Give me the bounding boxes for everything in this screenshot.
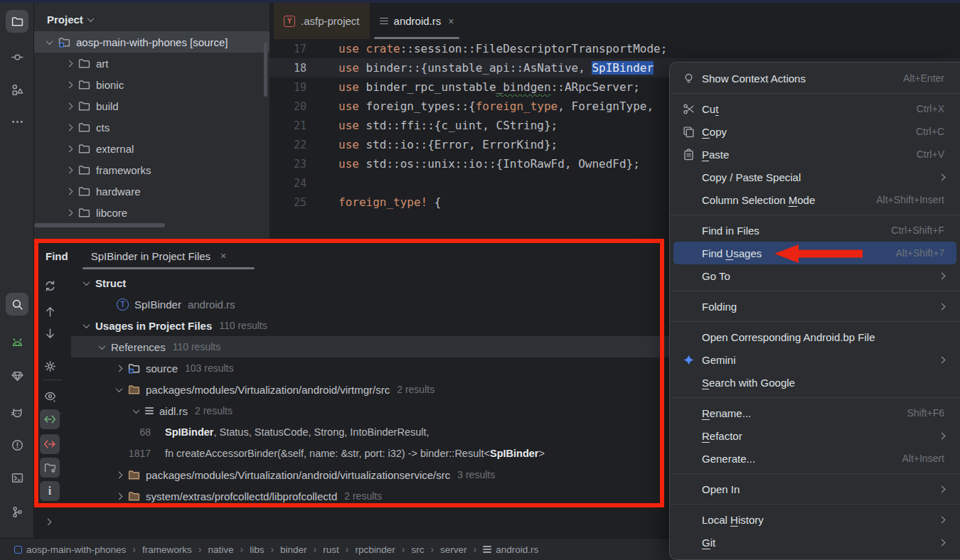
- search-tool-button[interactable]: [6, 293, 28, 316]
- breadcrumb-item-src[interactable]: src: [411, 544, 424, 555]
- chevron-right-icon[interactable]: [116, 492, 123, 500]
- chevron-right-icon[interactable]: [66, 60, 73, 67]
- menu-item-open-corresponding-android-bp-file[interactable]: Open Corresponding Android.bp File: [670, 325, 960, 348]
- breadcrumb-item-native[interactable]: native: [208, 544, 233, 555]
- chevron-down-icon[interactable]: [83, 321, 90, 328]
- chevron-down-icon[interactable]: [116, 385, 123, 392]
- result-count: 110 results: [173, 341, 220, 352]
- project-tree-row-bionic[interactable]: bionic: [34, 74, 270, 95]
- menu-item-find-in-files[interactable]: Find in FilesCtrl+Shift+F: [670, 219, 960, 242]
- vertical-scrollbar[interactable]: [264, 43, 267, 97]
- breadcrumb-label: native: [208, 544, 233, 555]
- previous-occurrence-button[interactable]: [40, 301, 60, 321]
- project-tree-row-hardware[interactable]: hardware: [34, 181, 270, 202]
- breadcrumb-item-aosp-main-with-phones[interactable]: aosp-main-with-phones: [14, 544, 126, 555]
- breadcrumb-item-android-rs[interactable]: android.rs: [483, 544, 538, 555]
- menu-shortcut: Ctrl+X: [917, 103, 944, 114]
- rerun-button[interactable]: [40, 276, 60, 296]
- project-tool-button[interactable]: [6, 10, 28, 33]
- chevron-down-icon[interactable]: [83, 279, 90, 286]
- project-tree-row-libcore[interactable]: libcore: [34, 202, 270, 223]
- menu-item-copy[interactable]: CopyCtrl+C: [670, 120, 960, 143]
- breadcrumb-item-rpcbinder[interactable]: rpcbinder: [355, 544, 395, 555]
- menu-item-find-usages[interactable]: Find UsagesAlt+Shift+7: [673, 242, 956, 264]
- menu-item-cut[interactable]: CutCtrl+X: [670, 97, 960, 120]
- close-icon[interactable]: ×: [448, 16, 454, 27]
- menu-item-label: Gemini: [702, 354, 939, 366]
- code-line-17[interactable]: 17use crate::session::FileDescriptorTran…: [270, 39, 960, 58]
- row-label: system/extras/profcollectd/libprofcollec…: [146, 490, 337, 502]
- terminal-tool-button[interactable]: [6, 466, 28, 489]
- git-branch-icon: [11, 506, 23, 518]
- project-tree-row-external[interactable]: external: [34, 138, 270, 159]
- chevron-right-icon[interactable]: [116, 471, 123, 478]
- logcat-tool-button[interactable]: [6, 402, 28, 424]
- line-number: 20: [270, 100, 306, 113]
- info-icon: i: [48, 485, 51, 497]
- chevron-right-icon[interactable]: [66, 81, 73, 88]
- menu-item-refactor[interactable]: Refactor: [670, 424, 960, 447]
- chevron-right-icon[interactable]: [116, 365, 123, 372]
- find-results-tab[interactable]: SpIBinder in Project Files ×: [91, 250, 227, 262]
- problems-tool-button[interactable]: [6, 434, 28, 456]
- menu-item-label: Folding: [702, 301, 939, 313]
- breadcrumb-item-server[interactable]: server: [440, 544, 467, 555]
- chevron-down-icon[interactable]: [46, 38, 53, 45]
- chevron-right-icon[interactable]: [66, 188, 73, 195]
- close-icon[interactable]: ×: [220, 250, 226, 262]
- more-tool-button[interactable]: [6, 110, 28, 133]
- menu-item-git[interactable]: Git: [670, 531, 960, 554]
- chevron-right-icon[interactable]: [66, 166, 73, 173]
- line-text: use std::io::{Error, ErrorKind};: [306, 138, 558, 151]
- row-label: SpIBinder: [134, 298, 181, 311]
- paste-icon: [683, 149, 695, 161]
- editor-tab-asfp-project[interactable]: Y.asfp-project: [274, 3, 370, 39]
- next-occurrence-button[interactable]: [40, 323, 60, 343]
- menu-item-go-to[interactable]: Go To: [670, 264, 960, 287]
- menu-item-local-history[interactable]: Local History: [670, 508, 960, 531]
- navigate-from-source-button[interactable]: [40, 409, 60, 429]
- breadcrumb-item-frameworks[interactable]: frameworks: [142, 544, 192, 555]
- result-count: 3 results: [457, 469, 495, 480]
- project-panel-header[interactable]: Project: [34, 3, 270, 31]
- menu-item-copy-paste-special[interactable]: Copy / Paste Special: [670, 166, 960, 188]
- editor-tab-android-rs[interactable]: android.rs×: [370, 3, 464, 39]
- show-info-button[interactable]: i: [40, 481, 60, 501]
- menu-item-search-with-google[interactable]: Search with Google: [670, 371, 960, 394]
- chevron-down-icon[interactable]: [133, 406, 140, 414]
- resource-manager-tool-button[interactable]: [6, 365, 28, 387]
- structure-tool-button[interactable]: [6, 78, 28, 101]
- menu-item-gemini[interactable]: Gemini: [670, 348, 960, 371]
- project-tree-root-row[interactable]: aosp-main-with-phones [source]: [34, 31, 270, 53]
- preview-button[interactable]: [40, 386, 60, 406]
- breadcrumb-item-rust[interactable]: rust: [323, 544, 339, 555]
- chevron-right-icon[interactable]: [66, 124, 73, 131]
- logcat-icon: [11, 407, 23, 419]
- breadcrumb-item-binder[interactable]: binder: [280, 544, 307, 555]
- menu-item-column-selection-mode[interactable]: Column Selection ModeAlt+Shift+Insert: [670, 188, 960, 211]
- project-tree-row-art[interactable]: art: [34, 53, 270, 74]
- project-tree-row-build[interactable]: build: [34, 95, 270, 117]
- version-control-tool-button[interactable]: [6, 500, 28, 523]
- menu-item-generate[interactable]: Generate...Alt+Insert: [670, 447, 960, 470]
- activity-bar: [0, 3, 34, 538]
- project-tree-row-frameworks[interactable]: frameworks: [34, 159, 270, 181]
- chevron-right-icon[interactable]: [66, 209, 73, 216]
- chevron-right-icon[interactable]: [66, 102, 73, 109]
- settings-button[interactable]: [40, 356, 60, 376]
- project-tree-row-cts[interactable]: cts: [34, 117, 270, 138]
- menu-item-open-in[interactable]: Open In: [670, 478, 960, 500]
- menu-item-rename[interactable]: Rename...Shift+F6: [670, 402, 960, 424]
- submenu-arrow-icon: [939, 272, 946, 279]
- menu-item-show-context-actions[interactable]: Show Context ActionsAlt+Enter: [670, 67, 960, 90]
- breadcrumb-item-libs[interactable]: libs: [250, 544, 264, 555]
- commit-tool-button[interactable]: [6, 45, 28, 68]
- navigate-to-source-button[interactable]: [40, 434, 60, 454]
- chevron-down-icon[interactable]: [99, 343, 106, 350]
- menu-item-paste[interactable]: PasteCtrl+V: [670, 143, 960, 166]
- horizontal-scrollbar[interactable]: [34, 223, 165, 227]
- chevron-right-icon[interactable]: [66, 145, 73, 152]
- menu-item-folding[interactable]: Folding: [670, 295, 960, 318]
- android-tool-button[interactable]: [6, 331, 28, 354]
- group-by-button[interactable]: [40, 458, 60, 478]
